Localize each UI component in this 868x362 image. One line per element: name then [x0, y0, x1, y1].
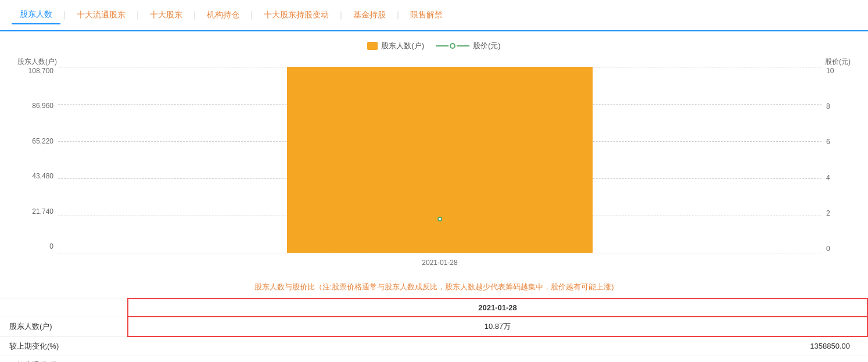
grid-line-5	[58, 253, 822, 253]
table-row-avg-shares: 人均流通股(股) 496.7	[0, 356, 867, 362]
legend-bar-label: 股东人数(户)	[381, 41, 424, 51]
nav-sep-1: ｜	[60, 10, 69, 20]
nav-item-shareholders[interactable]: 股东人数	[12, 6, 60, 24]
y-left-tick-4: 21,740	[32, 207, 53, 216]
y-left-tick-1: 86,960	[32, 102, 53, 110]
chart-area: 108,700 86,960 65,220 43,480 21,740 0	[17, 67, 851, 253]
y-right-tick-2: 6	[826, 138, 830, 146]
table-label-shareholders: 股东人数(户)	[0, 317, 128, 336]
top-navigation: 股东人数 ｜ 十大流通股东 ｜ 十大股东 ｜ 机构持仓 ｜ 十大股东持股变动 ｜…	[0, 0, 868, 31]
table-label-change: 较上期变化(%)	[0, 336, 128, 356]
nav-item-unlock[interactable]: 限售解禁	[402, 6, 451, 24]
table-date-header: 2021-01-28	[128, 299, 867, 317]
nav-sep-6: ｜	[394, 10, 402, 20]
nav-item-institutional[interactable]: 机构持仓	[199, 6, 248, 24]
y-right-tick-4: 2	[826, 209, 830, 217]
legend-line-bar-right	[457, 45, 469, 46]
nav-item-fund[interactable]: 基金持股	[345, 6, 394, 24]
y-axis-right-title: 股价(元)	[820, 57, 851, 67]
chart-bar	[287, 67, 593, 253]
data-table: 2021-01-28 股东人数(户) 10.87万 较上期变化(%) 13588…	[0, 298, 868, 362]
chart-plot: 2021-01-28	[58, 67, 822, 253]
nav-sep-4: ｜	[248, 10, 256, 20]
legend-line-icon	[436, 43, 469, 49]
table-row-change: 较上期变化(%) 1358850.00	[0, 336, 867, 356]
nav-sep-3: ｜	[191, 10, 199, 20]
y-right-tick-3: 4	[826, 174, 830, 182]
axis-title-spacer	[62, 57, 820, 67]
y-left-tick-2: 65,220	[32, 137, 53, 145]
nav-item-top10-shareholders[interactable]: 十大股东	[142, 6, 191, 24]
legend-line-circle	[450, 43, 455, 49]
y-right-tick-0: 10	[826, 67, 834, 75]
y-left-tick-5: 0	[49, 242, 53, 250]
nav-item-change[interactable]: 十大股东持股变动	[256, 6, 337, 24]
y-axis-left-title: 股东人数(户)	[17, 57, 62, 67]
table-value-change: 1358850.00	[128, 336, 867, 356]
y-right-tick-1: 8	[826, 102, 830, 110]
legend-bar: 股东人数(户)	[367, 41, 424, 51]
table-header-empty	[0, 299, 128, 317]
nav-item-top10-circulating[interactable]: 十大流通股东	[69, 6, 134, 24]
chart-section: 股东人数(户) 股价(元) 股东人数(户) 股价(元) 108,700 86,9…	[0, 31, 868, 259]
stock-price-dot	[437, 217, 442, 221]
chart-legend: 股东人数(户) 股价(元)	[17, 41, 851, 51]
nav-sep-2: ｜	[134, 10, 142, 20]
legend-line-label: 股价(元)	[473, 41, 501, 51]
table-value-avg: 496.7	[128, 356, 867, 362]
legend-line: 股价(元)	[436, 41, 501, 51]
legend-line-bar-left	[436, 45, 449, 46]
nav-sep-5: ｜	[337, 10, 345, 20]
x-axis-label: 2021-01-28	[422, 259, 457, 267]
y-axis-right: 10 8 6 4 2 0	[822, 67, 851, 253]
table-row-shareholders: 股东人数(户) 10.87万	[0, 317, 867, 336]
y-left-tick-0: 108,700	[28, 67, 53, 75]
chart-note: 股东人数与股价比（注:股票价格通常与股东人数成反比，股东人数越少代表筹码越集中，…	[0, 282, 868, 292]
y-left-tick-3: 43,480	[32, 172, 53, 180]
y-axis-left: 108,700 86,960 65,220 43,480 21,740 0	[17, 67, 58, 253]
table-header-row: 2021-01-28	[0, 299, 867, 317]
y-right-tick-5: 0	[826, 245, 830, 253]
legend-bar-icon	[367, 42, 378, 50]
table-value-shareholders: 10.87万	[128, 317, 867, 336]
axis-titles: 股东人数(户) 股价(元)	[17, 57, 851, 67]
table-label-avg: 人均流通股(股)	[0, 356, 128, 362]
